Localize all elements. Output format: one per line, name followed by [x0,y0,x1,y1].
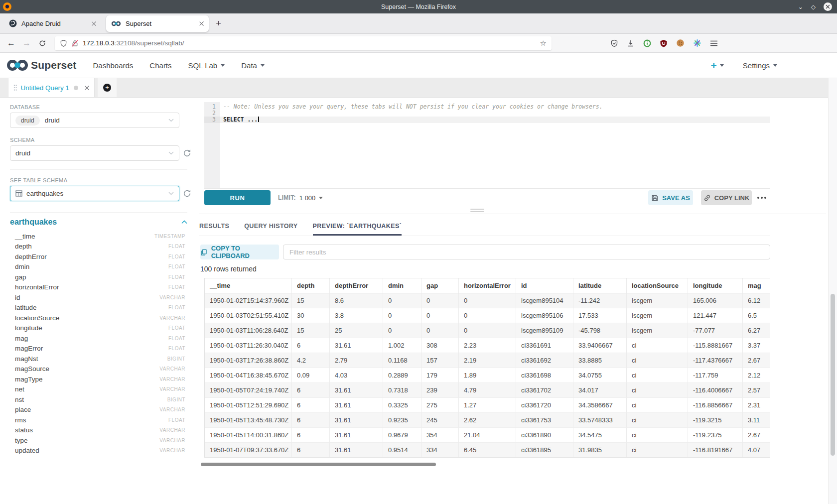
table-row[interactable]: 1950-01-02T15:14:37.960Z158.6000iscgem89… [205,293,770,308]
database-select[interactable]: druid druid [10,113,179,128]
ublock-shield-icon[interactable] [660,39,668,47]
forward-icon[interactable]: → [22,38,31,48]
tab-results[interactable]: RESULTS [199,220,229,236]
schema-column-row[interactable]: gapFLOAT [10,272,187,282]
query-tab-untitled-query-1[interactable]: Untitled Query 1 [8,78,95,97]
schema-column-row[interactable]: magErrorFLOAT [10,344,187,354]
column-header-horizontalError[interactable]: horizontalError [459,278,516,293]
add-new-menu-button[interactable]: + [711,60,724,71]
schema-column-row[interactable]: netVARCHAR [10,384,187,395]
filter-results-input[interactable] [283,245,770,259]
tab-close-icon[interactable] [92,21,96,26]
schema-column-row[interactable]: typeVARCHAR [10,435,187,446]
chevron-up-icon[interactable] [181,220,187,224]
column-header-__time[interactable]: __time [205,278,292,293]
sparkle-extension-icon[interactable] [693,39,701,47]
sql-text: SELECT ... [220,117,258,123]
schema-column-row[interactable]: latitudeFLOAT [10,303,187,313]
table-row[interactable]: 1950-01-03T11:26:30.040Z631.611.0023082.… [205,338,770,353]
table-select[interactable]: earthquakes [10,186,179,201]
query-tab-close-icon[interactable] [85,86,89,90]
horizontal-scrollbar[interactable] [201,463,436,466]
nav-item-dashboards[interactable]: Dashboards [93,61,133,70]
table-row[interactable]: 1950-01-05T12:51:29.690Z631.610.33252751… [205,398,770,413]
add-query-tab-button[interactable]: + [98,78,117,97]
refresh-schema-icon[interactable] [183,149,191,157]
browser-tab-superset[interactable]: Superset [106,15,209,32]
copy-link-button[interactable]: COPY LINK [701,190,752,205]
tab-close-icon[interactable] [199,21,204,26]
permissions-shield-icon[interactable] [60,39,67,47]
browser-tab-apache-druid[interactable]: Apache Druid [4,15,101,32]
schema-column-row[interactable]: longitudeFLOAT [10,323,187,334]
downloads-icon[interactable] [627,39,635,47]
schema-select[interactable]: druid [10,145,179,161]
table-cell: ci [627,353,688,368]
save-as-button[interactable]: SAVE AS [648,190,693,205]
schema-column-row[interactable]: magSourceVARCHAR [10,364,187,375]
back-icon[interactable]: ← [7,38,15,48]
schema-column-row[interactable]: magNstBIGINT [10,354,187,364]
refresh-table-icon[interactable] [183,189,191,198]
schema-column-row[interactable]: updatedVARCHAR [10,446,187,456]
window-minimize-icon[interactable]: ⌄ [798,4,803,10]
cookie-icon[interactable] [676,39,685,47]
table-row[interactable]: 1950-01-05T14:00:31.860Z631.610.96793542… [205,428,770,443]
table-row[interactable]: 1950-01-04T16:38:45.670Z0.094.030.288917… [205,368,770,383]
table-row[interactable]: 1950-01-05T07:24:19.740Z631.610.73182394… [205,383,770,398]
schema-column-row[interactable]: __timeTIMESTAMP [10,231,187,242]
nav-item-sql-lab[interactable]: SQL Lab [188,61,225,70]
schema-column-row[interactable]: locationSourceVARCHAR [10,313,187,323]
nav-item-data[interactable]: Data [241,61,265,70]
superset-logo[interactable]: Superset [6,58,76,72]
table-row[interactable]: 1950-01-03T02:51:55.410Z303.8000iscgem89… [205,308,770,323]
copy-to-clipboard-button[interactable]: COPY TO CLIPBOARD [200,245,279,259]
run-button[interactable]: RUN [204,190,271,205]
bookmark-star-icon[interactable]: ☆ [540,39,547,48]
sql-editor[interactable]: 1 -- Note: Unless you save your query, t… [204,102,770,189]
new-tab-button[interactable]: + [216,18,221,29]
schema-column-row[interactable]: magFLOAT [10,333,187,344]
column-header-depthError[interactable]: depthError [330,278,383,293]
column-header-latitude[interactable]: latitude [573,278,627,293]
window-close-button[interactable] [824,2,832,11]
schema-column-row[interactable]: horizontalErrorFLOAT [10,282,187,293]
pane-drag-handle-icon[interactable] [470,209,484,214]
reload-icon[interactable] [39,40,46,47]
table-cell: 3.11 [743,413,770,428]
tab-preview-earthquakes[interactable]: PREVIEW: `EARTHQUAKES` [313,220,402,236]
tab-query-history[interactable]: QUERY HISTORY [244,220,297,236]
url-bar[interactable]: 172.18.0.3:32108/superset/sqllab/ ☆ [55,36,552,50]
window-maximize-icon[interactable]: ◇ [811,4,816,10]
table-row[interactable]: 1950-01-03T11:06:28.640Z1525000iscgem895… [205,323,770,338]
column-header-locationSource[interactable]: locationSource [627,278,688,293]
page-scrollbar-thumb[interactable] [831,294,835,456]
schema-column-row[interactable]: depthErrorFLOAT [10,252,187,262]
table-row[interactable]: 1950-01-07T09:37:33.670Z631.610.95143346… [205,443,770,458]
extension-green-icon[interactable] [643,39,651,47]
table-row[interactable]: 1950-01-05T13:45:48.730Z631.610.92352452… [205,413,770,428]
settings-menu-button[interactable]: Settings [743,61,777,70]
menu-hamburger-icon[interactable] [710,40,718,47]
insecure-lock-icon[interactable] [71,39,79,47]
column-header-mag[interactable]: mag [743,278,770,293]
more-options-button[interactable] [753,190,770,205]
table-row[interactable]: 1950-01-03T17:26:38.860Z4.22.790.1168157… [205,353,770,368]
table-schema-header[interactable]: earthquakes [10,218,187,227]
schema-column-row[interactable]: idVARCHAR [10,292,187,303]
schema-column-row[interactable]: placeVARCHAR [10,405,187,415]
schema-column-row[interactable]: rmsFLOAT [10,415,187,425]
schema-column-row[interactable]: nstBIGINT [10,394,187,405]
column-header-id[interactable]: id [516,278,573,293]
schema-column-row[interactable]: dminFLOAT [10,262,187,272]
column-header-gap[interactable]: gap [421,278,459,293]
column-header-depth[interactable]: depth [292,278,330,293]
column-header-longitude[interactable]: longitude [688,278,743,293]
nav-item-charts[interactable]: Charts [149,61,171,70]
column-header-dmin[interactable]: dmin [383,278,421,293]
schema-column-row[interactable]: depthFLOAT [10,242,187,252]
schema-column-row[interactable]: magTypeVARCHAR [10,374,187,384]
limit-dropdown[interactable]: LIMIT: 1 000 [278,190,323,205]
shield-check-icon[interactable] [610,39,618,47]
schema-column-row[interactable]: statusVARCHAR [10,425,187,436]
